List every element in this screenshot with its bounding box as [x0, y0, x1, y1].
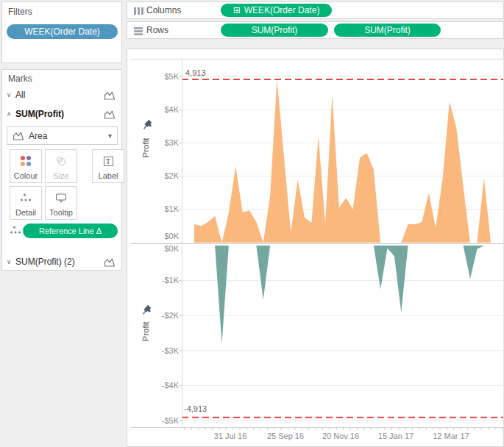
marks-section-sum-profit-2[interactable]: ∨ SUM(Profit) (2): [2, 253, 121, 271]
reference-line-pill-label: Reference Line Δ: [39, 226, 102, 235]
columns-pill-label: WEEK(Order Date): [244, 5, 320, 15]
pin-icon[interactable]: [143, 119, 153, 129]
mark-type-dropdown[interactable]: Area ▾: [7, 126, 118, 145]
detail-button[interactable]: Detail: [10, 186, 42, 220]
tooltip-button-label: Tooltip: [49, 208, 73, 217]
label-button-label: Label: [99, 171, 118, 180]
rows-icon: [134, 27, 143, 35]
marks-sum-profit-label: SUM(Profit): [15, 109, 104, 119]
filter-pill-label: WEEK(Order Date): [24, 26, 100, 37]
y-tick: -$2K: [151, 310, 179, 321]
columns-shelf-label: Columns: [146, 5, 181, 15]
expand-plus-icon[interactable]: ⊞: [233, 6, 241, 15]
marks-all-label: All: [15, 90, 104, 100]
y-tick: $4K: [151, 104, 179, 115]
rows-pill-2-label: SUM(Profit): [364, 25, 411, 35]
rows-pill-sum-profit-2[interactable]: SUM(Profit): [334, 24, 441, 37]
x-tick: 25 Sep 16: [260, 431, 311, 441]
marks-section-sum-profit[interactable]: ∧ SUM(Profit): [2, 105, 121, 123]
colour-icon: [10, 154, 41, 168]
area-chart-icon: [13, 131, 24, 140]
size-icon: [46, 154, 77, 168]
rows-pill-1-label: SUM(Profit): [252, 25, 298, 35]
y-tick: -$3K: [151, 346, 179, 356]
area-chart-icon: [104, 90, 116, 100]
rows-shelf[interactable]: Rows SUM(Profit) SUM(Profit): [127, 21, 504, 39]
x-tick: 20 Nov 16: [315, 431, 366, 441]
area-mark-negative-profit[interactable]: [194, 246, 491, 343]
rows-pill-sum-profit-1[interactable]: SUM(Profit): [221, 24, 328, 37]
tooltip-icon: [46, 191, 77, 204]
chart-card: Profit $5K $4K $3K $2K $1K $0K 4,913 Pro…: [127, 49, 504, 447]
area-chart-icon: [104, 110, 116, 119]
y-tick: -$5K: [151, 415, 179, 426]
x-tick: 12 Mar 17: [425, 431, 477, 441]
reference-line-pill[interactable]: Reference Line Δ: [23, 224, 118, 238]
size-button-label: Size: [53, 171, 68, 180]
tooltip-button[interactable]: Tooltip: [45, 186, 77, 220]
marks-title: Marks: [8, 74, 32, 84]
y-tick: $0K: [151, 231, 179, 241]
y-tick: -$4K: [151, 380, 179, 390]
y-tick: $5K: [151, 71, 179, 82]
detail-button-label: Detail: [15, 208, 36, 217]
y-tick: $3K: [151, 137, 179, 148]
colour-button-label: Colour: [14, 171, 38, 180]
reference-line-value-label: 4,913: [185, 68, 206, 77]
columns-shelf[interactable]: Columns ⊞ WEEK(Order Date): [127, 1, 504, 19]
colour-button[interactable]: Colour: [10, 149, 42, 183]
detail-dots-icon: [10, 225, 21, 235]
filters-title: Filters: [8, 7, 32, 17]
y-tick: -$1K: [151, 275, 179, 285]
marks-card: Marks ∨ All ∧ SUM(Profit) Area ▾: [1, 69, 122, 271]
x-tick: 15 Jan 17: [370, 431, 422, 441]
columns-icon: [134, 7, 143, 15]
x-tick: 31 Jul 16: [205, 431, 256, 441]
chevron-down-icon[interactable]: ∨: [2, 258, 15, 265]
chevron-up-icon[interactable]: ∧: [2, 110, 15, 118]
top-axis-title: Profit: [141, 132, 152, 164]
filters-card: Filters WEEK(Order Date): [1, 1, 122, 63]
y-tick: $1K: [151, 204, 179, 214]
label-button[interactable]: T Label: [92, 149, 124, 183]
y-tick: $2K: [151, 171, 179, 181]
reference-line-value-label: -4,913: [184, 404, 207, 413]
columns-pill-week-order-date[interactable]: ⊞ WEEK(Order Date): [221, 4, 332, 17]
detail-dots-icon: [10, 191, 41, 204]
tableau-workspace: Filters WEEK(Order Date) Marks ∨ All ∧ S…: [0, 0, 504, 447]
chevron-down-icon[interactable]: ∨: [2, 91, 15, 99]
marks-sum-profit-2-label: SUM(Profit) (2): [15, 257, 104, 267]
rows-shelf-label: Rows: [146, 25, 168, 35]
area-chart-icon: [104, 257, 116, 267]
label-icon: T: [93, 154, 124, 168]
y-tick: $0K: [151, 243, 179, 254]
chevron-down-icon[interactable]: ▾: [108, 132, 112, 140]
bottom-axis-title: Profit: [141, 315, 152, 348]
marks-section-all[interactable]: ∨ All: [2, 86, 121, 104]
filter-pill-week-order-date[interactable]: WEEK(Order Date): [7, 24, 118, 39]
size-button[interactable]: Size: [45, 149, 77, 183]
mark-type-value: Area: [29, 131, 47, 141]
profit-area-chart[interactable]: [127, 49, 504, 447]
area-mark-positive-profit[interactable]: [194, 79, 491, 243]
